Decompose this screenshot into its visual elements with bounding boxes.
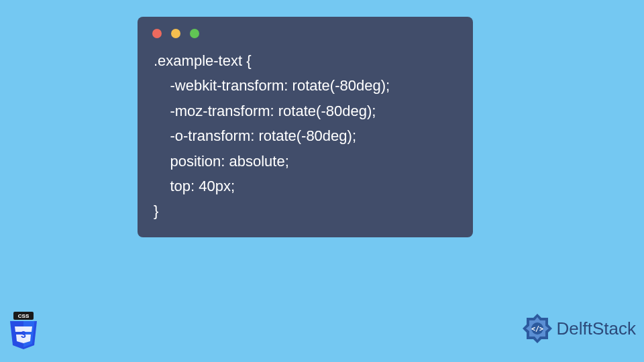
code-block: .example-text { -webkit-transform: rotat… [138, 45, 473, 224]
css-label: CSS [18, 313, 30, 319]
code-line: -o-transform: rotate(-80deg); [154, 127, 356, 144]
code-line: position: absolute; [154, 153, 289, 170]
code-line: top: 40px; [154, 178, 235, 194]
code-line: -webkit-transform: rotate(-80deg); [154, 77, 390, 94]
code-line: .example-text { [154, 52, 252, 69]
css3-logo-icon: CSS 3 [7, 312, 40, 352]
minimize-icon[interactable] [171, 29, 180, 38]
code-window: .example-text { -webkit-transform: rotat… [138, 17, 473, 237]
svg-text:</>: </> [531, 325, 543, 333]
code-line: -moz-transform: rotate(-80deg); [154, 103, 376, 119]
code-line: } [154, 202, 158, 219]
close-icon[interactable] [152, 29, 162, 38]
brand-name: DelftStack [557, 318, 637, 339]
zoom-icon[interactable] [190, 29, 199, 38]
delftstack-brand: </> DelftStack [521, 312, 637, 345]
window-controls [138, 17, 473, 45]
delftstack-logo-icon: </> [521, 312, 554, 345]
svg-text:3: 3 [21, 329, 26, 340]
